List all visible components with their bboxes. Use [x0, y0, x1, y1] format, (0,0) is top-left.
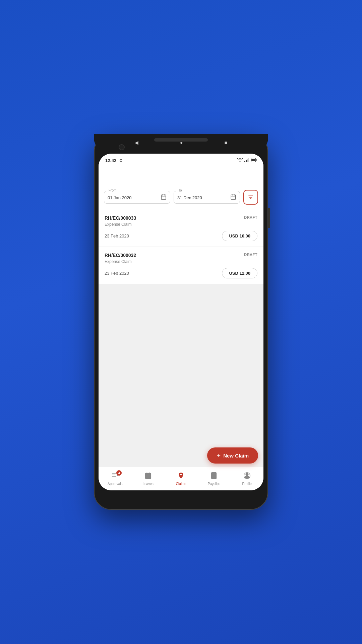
claims-label: Claims: [176, 482, 186, 486]
recent-button[interactable]: ■: [225, 140, 227, 145]
new-claim-button[interactable]: + New Claim: [207, 447, 258, 464]
battery-icon: [251, 158, 257, 163]
payslips-icon: [210, 472, 218, 481]
claims-icon: [177, 472, 185, 481]
from-calendar-icon: [161, 194, 167, 201]
home-button[interactable]: ●: [180, 140, 183, 145]
svg-point-28: [246, 473, 248, 475]
claim-status: DRAFT: [244, 215, 257, 219]
sidebar-item-leaves[interactable]: Leaves: [138, 472, 158, 486]
side-button: [268, 208, 270, 228]
svg-rect-7: [161, 195, 166, 200]
leaves-label: Leaves: [142, 482, 153, 486]
claim-date: 23 Feb 2020: [105, 271, 129, 276]
payslips-label: Payslips: [208, 482, 220, 486]
back-button[interactable]: ◀: [135, 140, 138, 145]
to-date-field[interactable]: To 31 Dec 2020: [174, 191, 240, 204]
claim-type: Expense Claim: [105, 222, 257, 227]
status-time: 12:42: [105, 158, 116, 163]
wifi-icon: [237, 158, 243, 163]
filter-row: From 01 Jan 2020 To 31: [99, 186, 263, 210]
fab-label: New Claim: [223, 453, 249, 459]
profile-label: Profile: [242, 482, 252, 486]
gear-icon: ⚙: [119, 158, 123, 163]
to-calendar-icon: [230, 194, 236, 201]
status-right: [237, 158, 257, 163]
sidebar-item-profile[interactable]: Profile: [237, 472, 257, 486]
filter-button[interactable]: [243, 190, 258, 205]
claim-amount[interactable]: USD 10.00: [222, 231, 257, 241]
svg-rect-0: [244, 161, 245, 162]
bottom-nav: 4 Approvals: [99, 467, 263, 490]
claim-status: DRAFT: [244, 253, 257, 257]
signal-icon: [244, 158, 249, 163]
from-label: From: [108, 189, 117, 192]
claim-ref: RH/EC/000033: [105, 215, 136, 221]
claim-date: 23 Feb 2020: [105, 233, 129, 238]
phone-shell: 12:42 ⚙: [94, 134, 268, 510]
to-label: To: [177, 189, 183, 192]
to-date-value: 31 Dec 2020: [177, 195, 202, 200]
profile-icon: [243, 472, 251, 481]
fab-plus-icon: +: [217, 452, 221, 459]
phone-screen: 12:42 ⚙: [99, 154, 263, 490]
app-header: [99, 166, 263, 186]
svg-rect-5: [251, 159, 255, 161]
sidebar-item-approvals[interactable]: 4 Approvals: [105, 472, 125, 486]
claims-list: RH/EC/000033 DRAFT Expense Claim 23 Feb …: [99, 210, 263, 467]
status-bar: 12:42 ⚙: [99, 154, 263, 166]
approvals-badge: 4: [116, 470, 122, 476]
svg-rect-6: [256, 159, 257, 161]
leaves-icon: [144, 472, 152, 481]
sidebar-item-claims[interactable]: Claims: [171, 472, 191, 486]
svg-rect-11: [231, 195, 236, 200]
camera: [119, 144, 125, 150]
table-row[interactable]: RH/EC/000033 DRAFT Expense Claim 23 Feb …: [99, 210, 263, 247]
svg-rect-3: [248, 158, 249, 162]
sidebar-item-payslips[interactable]: Payslips: [204, 472, 224, 486]
svg-rect-1: [246, 160, 247, 162]
from-date-value: 01 Jan 2020: [108, 195, 132, 200]
claim-ref: RH/EC/000032: [105, 253, 136, 258]
svg-rect-2: [247, 159, 248, 162]
claim-type: Expense Claim: [105, 259, 257, 264]
svg-rect-18: [145, 473, 151, 479]
claim-amount[interactable]: USD 12.00: [222, 268, 257, 278]
status-left: 12:42 ⚙: [105, 158, 123, 163]
approvals-label: Approvals: [108, 482, 122, 486]
from-date-field[interactable]: From 01 Jan 2020: [104, 191, 170, 204]
table-row[interactable]: RH/EC/000032 DRAFT Expense Claim 23 Feb …: [99, 247, 263, 284]
